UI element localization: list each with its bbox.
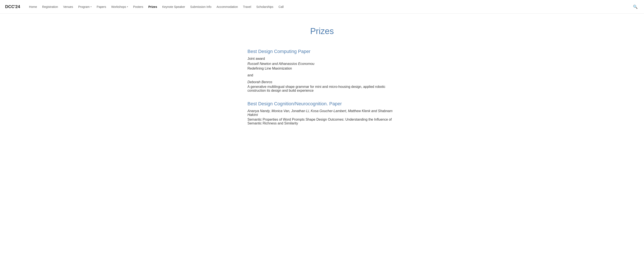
nav-item-posters[interactable]: Posters (131, 4, 145, 10)
page-title: Prizes (248, 26, 396, 36)
prize-connector-0-0: and (248, 73, 396, 77)
nav-item-accommodation[interactable]: Accommodation (214, 4, 240, 10)
nav-item-home[interactable]: Home (27, 4, 39, 10)
prize-category-title-0: Best Design Computing Paper (248, 49, 396, 54)
prize-section-1: Best Design Cognition/Neurocognition. Pa… (248, 101, 396, 125)
prize-authors-0-1: Deborah Benros (248, 80, 396, 84)
nav-item-venues[interactable]: Venues (61, 4, 75, 10)
nav-item-registration[interactable]: Registration (40, 4, 60, 10)
chevron-down-icon: ▾ (127, 5, 128, 8)
nav-item-workshops[interactable]: Workshops▾ (109, 4, 130, 10)
nav-item-keynote-speaker[interactable]: Keynote Speaker (160, 4, 187, 10)
prize-paper-title-0-0: Redefining Line Maximization (248, 67, 396, 70)
prize-section-0: Best Design Computing PaperJoint awardRu… (248, 49, 396, 93)
chevron-down-icon: ▾ (90, 5, 92, 8)
nav-item-scholarships[interactable]: Scholarships (254, 4, 275, 10)
nav-item-call[interactable]: Call (276, 4, 286, 10)
prize-category-title-1: Best Design Cognition/Neurocognition. Pa… (248, 101, 396, 107)
prizes-container: Best Design Computing PaperJoint awardRu… (248, 49, 396, 125)
prize-authors-0-0: Russell Newton and Athanassios Economou (248, 62, 396, 66)
prize-paper-title-1-0: Semantic Properties of Word Prompts Shap… (248, 118, 396, 125)
nav-item-papers[interactable]: Papers (94, 4, 108, 10)
nav-item-submission-info[interactable]: Submission Info (188, 4, 214, 10)
search-icon[interactable]: 🔍 (632, 3, 639, 10)
prize-label-0-0: Joint award (248, 57, 396, 61)
nav-item-program[interactable]: Program▾ (76, 4, 94, 10)
nav-item-prizes[interactable]: Prizes (146, 4, 159, 10)
nav-items-container: HomeRegistrationVenuesProgram▾PapersWork… (27, 4, 632, 10)
main-nav: DCC'24 HomeRegistrationVenuesProgram▾Pap… (0, 0, 644, 14)
prize-authors-1-0: Ananya Nandy, Monica Van, Jonathan Li, K… (248, 109, 396, 117)
prize-paper-title-0-1: A generative multilingual shape grammar … (248, 85, 396, 93)
main-content: Prizes Best Design Computing PaperJoint … (205, 14, 439, 151)
nav-item-travel[interactable]: Travel (241, 4, 253, 10)
site-brand[interactable]: DCC'24 (5, 4, 20, 9)
